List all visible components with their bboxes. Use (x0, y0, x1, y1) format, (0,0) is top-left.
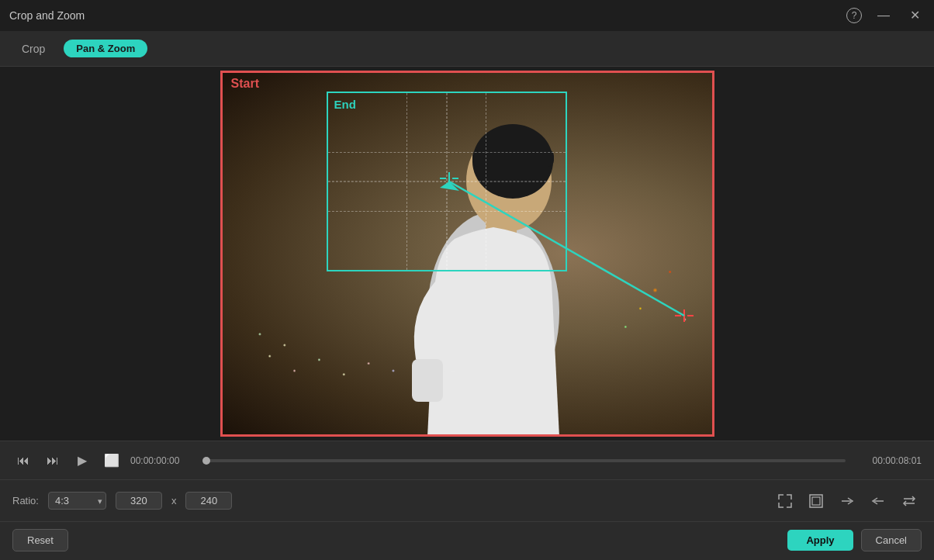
skip-start-button[interactable] (866, 490, 891, 512)
progress-bar[interactable] (206, 459, 846, 462)
height-input[interactable]: 240 (185, 492, 232, 510)
close-button[interactable]: ✕ (905, 8, 925, 23)
skip-end-icon (840, 494, 854, 508)
tab-crop[interactable]: Crop (16, 40, 51, 58)
shrink-button[interactable] (773, 490, 797, 512)
svg-rect-5 (412, 359, 443, 402)
step-back-button[interactable]: ⏮ (12, 450, 34, 472)
reset-button[interactable]: Reset (12, 529, 68, 551)
title-bar: Crop and Zoom ? — ✕ (0, 0, 934, 31)
tab-panzoom[interactable]: Pan & Zoom (64, 40, 147, 57)
ratio-select[interactable]: 4:3 16:9 1:1 9:16 Custom (48, 492, 106, 510)
play-icon: ▶ (78, 453, 87, 468)
tab-area: Crop Pan & Zoom (0, 31, 934, 67)
bottom-actions: Reset Apply Cancel (0, 521, 934, 558)
swap-button[interactable] (897, 490, 922, 512)
title-bar-left: Crop and Zoom (9, 9, 85, 22)
step-forward-icon: ⏭ (47, 454, 59, 468)
icon-btn-group (773, 490, 922, 512)
person-silhouette (393, 95, 594, 437)
stop-button[interactable]: ⬜ (101, 450, 123, 472)
ratio-select-wrap[interactable]: 4:3 16:9 1:1 9:16 Custom (48, 492, 106, 510)
time-end: 00:00:08:01 (860, 455, 922, 466)
svg-rect-3 (472, 150, 554, 167)
help-button[interactable]: ? (846, 8, 862, 23)
play-button[interactable]: ▶ (71, 450, 93, 472)
cancel-button[interactable]: Cancel (861, 529, 922, 551)
video-frame: Start End (220, 71, 714, 437)
time-current: 00:00:00:00 (130, 455, 192, 466)
canvas-area: Start End (0, 67, 934, 441)
dimension-separator: x (171, 495, 177, 506)
shrink-icon (778, 494, 792, 508)
control-bar: ⏮ ⏭ ▶ ⬜ 00:00:00:00 00:00:08:01 (0, 441, 934, 479)
app-title: Crop and Zoom (9, 9, 85, 22)
minimize-button[interactable]: — (873, 8, 894, 23)
skip-start-icon (871, 494, 885, 508)
stop-icon: ⬜ (104, 453, 119, 468)
step-forward-button[interactable]: ⏭ (42, 450, 64, 472)
width-input[interactable]: 320 (116, 492, 162, 510)
title-bar-right: ? — ✕ (846, 8, 925, 23)
apply-button[interactable]: Apply (787, 530, 853, 551)
step-back-icon: ⏮ (17, 454, 29, 468)
expand-icon (809, 494, 823, 508)
ratio-label: Ratio: (12, 495, 39, 506)
skip-end-button[interactable] (835, 490, 860, 512)
expand-button[interactable] (804, 490, 828, 512)
swap-icon (902, 494, 916, 508)
bottom-bar: Ratio: 4:3 16:9 1:1 9:16 Custom 320 x 24… (0, 479, 934, 521)
start-label: Start (231, 77, 259, 91)
apply-cancel-group: Apply Cancel (787, 529, 922, 551)
progress-thumb[interactable] (202, 457, 210, 465)
svg-rect-15 (812, 497, 820, 505)
